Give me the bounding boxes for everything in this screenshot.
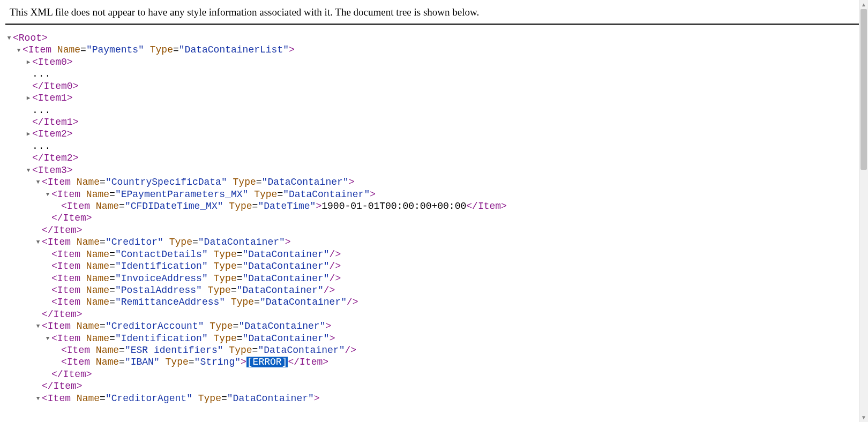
node-creditor-account-close: </Item> [5, 380, 863, 392]
node-creditor-child[interactable]: <Item Name="InvoiceAddress" Type="DataCo… [5, 273, 863, 284]
xml-tree: ▼<Root> ▼<Item Name="Payments" Type="Dat… [5, 32, 863, 404]
chevron-right-icon[interactable]: ▶ [25, 92, 32, 104]
node-identification[interactable]: ▼<Item Name="Identification" Type="DataC… [5, 333, 863, 344]
node-creditor-child[interactable]: <Item Name="RemittanceAddress" Type="Dat… [5, 296, 863, 308]
node-epayment-parameters-mx[interactable]: ▼<Item Name="EPaymentParameters_MX" Type… [5, 189, 863, 200]
node-item3-open[interactable]: ▼<Item3> [5, 164, 863, 176]
scroll-up-icon[interactable]: ▲ [859, 0, 868, 9]
node-item0-open[interactable]: ▶<Item0> [5, 56, 863, 68]
node-root[interactable]: ▼<Root> [5, 32, 863, 44]
chevron-down-icon[interactable]: ▼ [5, 32, 13, 44]
chevron-right-icon[interactable]: ▶ [25, 56, 32, 68]
node-country-specific-data-close: </Item> [5, 224, 863, 236]
node-item0-ellipsis: ... [5, 68, 863, 80]
node-country-specific-data[interactable]: ▼<Item Name="CountrySpecificData" Type="… [5, 176, 863, 188]
node-payments[interactable]: ▼<Item Name="Payments" Type="DataContain… [5, 44, 863, 56]
node-iban[interactable]: <Item Name="IBAN" Type="String">[ERROR]<… [5, 356, 863, 368]
node-item1-open[interactable]: ▶<Item1> [5, 92, 863, 104]
chevron-down-icon[interactable]: ▼ [34, 176, 42, 188]
scrollbar-thumb[interactable] [860, 9, 867, 170]
node-item1-close: </Item1> [5, 116, 863, 128]
node-item0-close: </Item0> [5, 80, 863, 92]
chevron-down-icon[interactable]: ▼ [44, 333, 51, 344]
chevron-down-icon[interactable]: ▼ [34, 236, 42, 248]
node-creditor-child[interactable]: <Item Name="Identification" Type="DataCo… [5, 260, 863, 272]
node-item2-ellipsis: ... [5, 140, 863, 152]
vertical-scrollbar[interactable]: ▲ ▼ [859, 0, 868, 409]
header-divider [5, 24, 863, 25]
node-creditor-account[interactable]: ▼<Item Name="CreditorAccount" Type="Data… [5, 320, 863, 332]
node-creditor[interactable]: ▼<Item Name="Creditor" Type="DataContain… [5, 236, 863, 248]
node-cfdi-datetime-mx[interactable]: <Item Name="CFDIDateTime_MX" Type="DateT… [5, 200, 863, 212]
chevron-down-icon[interactable]: ▼ [34, 320, 42, 332]
chevron-down-icon[interactable]: ▼ [44, 189, 51, 200]
chevron-down-icon[interactable]: ▼ [15, 44, 23, 56]
node-creditor-child[interactable]: <Item Name="ContactDetails" Type="DataCo… [5, 248, 863, 260]
node-creditor-child[interactable]: <Item Name="PostalAddress" Type="DataCon… [5, 284, 863, 296]
node-item2-open[interactable]: ▶<Item2> [5, 128, 863, 140]
node-creditor-agent[interactable]: ▼<Item Name="CreditorAgent" Type="DataCo… [5, 393, 863, 404]
node-esr-identifiers[interactable]: <Item Name="ESR identifiers" Type="DataC… [5, 344, 863, 356]
node-identification-close: </Item> [5, 368, 863, 380]
xml-no-style-message: This XML file does not appear to have an… [5, 4, 863, 24]
chevron-right-icon[interactable]: ▶ [25, 128, 32, 140]
node-item1-ellipsis: ... [5, 104, 863, 116]
iban-error-value: [ERROR] [246, 357, 288, 367]
chevron-down-icon[interactable]: ▼ [25, 164, 32, 176]
node-creditor-close: </Item> [5, 308, 863, 320]
node-item2-close: </Item2> [5, 152, 863, 164]
chevron-down-icon[interactable]: ▼ [34, 393, 42, 404]
node-epayment-parameters-mx-close: </Item> [5, 212, 863, 224]
